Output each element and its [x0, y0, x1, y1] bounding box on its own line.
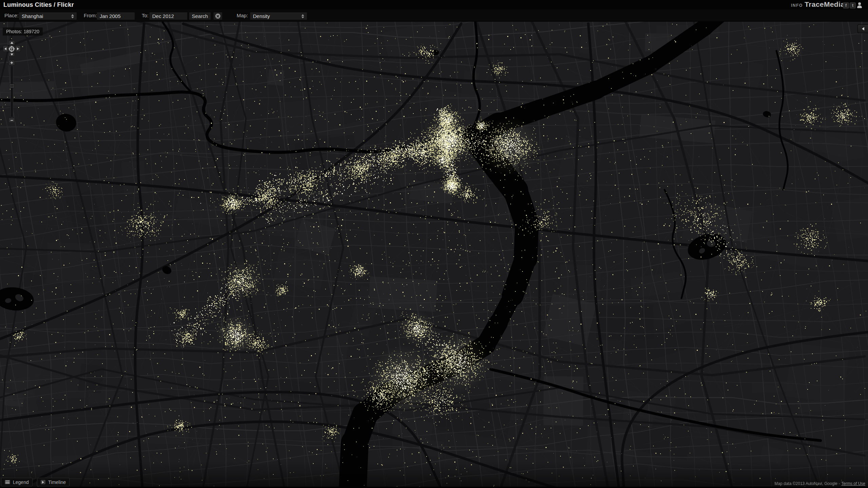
close-icon: [215, 14, 220, 19]
list-icon: [5, 480, 10, 484]
page-title: Luminous Cities / Flickr: [3, 1, 74, 8]
zoom-in-button[interactable]: +: [8, 60, 15, 65]
title-bar: Luminous Cities / Flickr INFO TraceMedia…: [0, 0, 868, 9]
place-select-value: Shanghai: [22, 13, 43, 20]
pan-up-button[interactable]: [8, 40, 15, 45]
zoom-out-button[interactable]: −: [8, 118, 15, 123]
chevron-left-icon: [4, 47, 6, 50]
zoom-slider-track[interactable]: [11, 66, 13, 117]
terms-of-use-link[interactable]: Terms of Use: [841, 481, 865, 486]
timeline-button[interactable]: Timeline: [37, 478, 70, 486]
to-label: To:: [142, 13, 149, 18]
collapse-panel-button[interactable]: [857, 24, 868, 33]
chevron-up-icon: [11, 42, 13, 44]
bottom-bar: [0, 487, 868, 488]
timeline-label: Timeline: [48, 480, 66, 485]
crosshair-icon: [9, 46, 14, 52]
pan-center-button[interactable]: [7, 45, 16, 53]
clear-search-button[interactable]: [213, 12, 222, 20]
attribution-text: Map data ©2013 AutoNavi, Google -: [774, 481, 840, 486]
map-type-select-value: Density: [253, 13, 270, 20]
map-type-label: Map:: [237, 13, 248, 18]
to-date-input[interactable]: Dec 2012: [149, 12, 188, 20]
info-link[interactable]: INFO: [791, 3, 803, 8]
chevron-down-icon: [11, 54, 13, 56]
toolbar: Place: Shanghai From: Jan 2005 To: Dec 2…: [0, 9, 868, 22]
brand-logo[interactable]: TraceMedia: [805, 0, 845, 8]
map-attribution: Map data ©2013 AutoNavi, Google -Terms o…: [774, 481, 865, 486]
zoom-slider-handle[interactable]: [9, 84, 15, 88]
chevron-updown-icon: [71, 14, 74, 18]
chevron-updown-icon: [301, 14, 304, 18]
from-date-input[interactable]: Jan 2005: [97, 12, 135, 20]
chevron-left-icon: [862, 27, 864, 30]
photos-value: 189720: [23, 29, 39, 34]
from-label: From:: [84, 13, 97, 18]
facebook-icon[interactable]: f: [843, 2, 849, 8]
photos-label: Photos:: [6, 29, 22, 34]
map-canvas[interactable]: [0, 21, 868, 488]
legend-label: Legend: [13, 480, 29, 485]
chevron-right-icon: [17, 47, 19, 50]
photos-count-badge: Photos: 189720: [3, 27, 43, 36]
play-icon: [41, 480, 45, 484]
twitter-icon[interactable]: t: [850, 2, 856, 8]
search-button[interactable]: Search: [189, 12, 211, 20]
legend-button[interactable]: Legend: [1, 478, 33, 486]
place-select[interactable]: Shanghai: [19, 12, 77, 20]
place-label: Place:: [4, 13, 19, 18]
pan-right-button[interactable]: [15, 45, 21, 52]
map-type-select[interactable]: Density: [250, 12, 307, 20]
user-icon[interactable]: [857, 2, 862, 8]
